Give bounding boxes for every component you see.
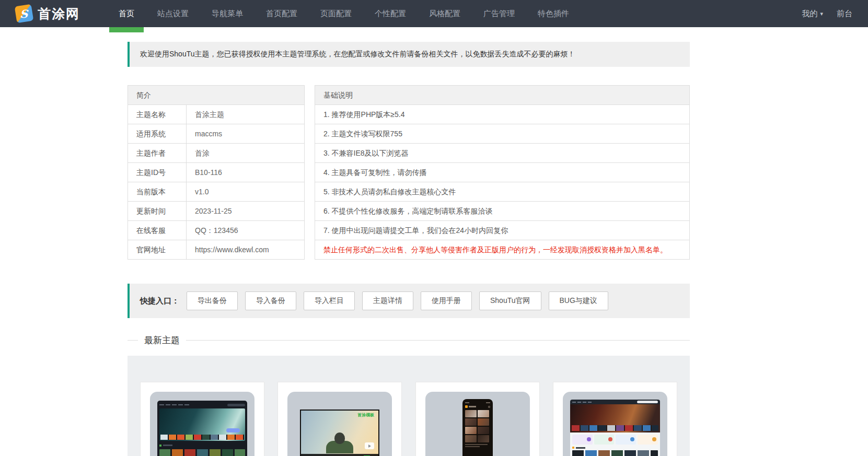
official-site-url: https://www.dkewl.com <box>187 240 304 259</box>
preview-feature-cards <box>570 432 660 447</box>
theme-card-3[interactable] <box>415 382 540 456</box>
row-value: 首涂主题 <box>187 105 304 124</box>
video-control-bar <box>301 454 378 456</box>
divider-line <box>128 340 138 341</box>
preview-poster-row <box>159 449 245 456</box>
table-row: 主题ID号 B10-116 <box>128 163 304 182</box>
note-item: 4. 主题具备可复制性，请勿传播 <box>315 163 689 182</box>
preview-thumb-strip <box>160 435 244 440</box>
theme-preview-light-desktop <box>570 400 660 456</box>
frontend-link[interactable]: 前台 <box>837 9 852 19</box>
theme-card-1[interactable] <box>140 382 264 456</box>
table-row: 在线客服 QQ：123456 <box>128 221 304 240</box>
logo-icon: S <box>15 4 34 24</box>
row-value: 首涂 <box>187 144 304 162</box>
preview-thumb-strip <box>572 425 658 431</box>
notes-table-title: 基础说明 <box>315 86 689 105</box>
row-value: maccms <box>187 124 304 143</box>
main-nav: 首页 站点设置 导航菜单 首页配置 页面配置 个性配置 风格配置 广告管理 特色… <box>107 0 581 27</box>
row-label: 当前版本 <box>128 182 187 201</box>
row-label: 适用系统 <box>128 124 187 143</box>
welcome-banner: 欢迎使用ShouTu主题，您已获得授权使用本主题管理系统，在您配置或修改文件前请… <box>128 42 690 67</box>
preview-searchbar <box>227 404 245 406</box>
theme-thumbnail-2: 首涂模板 <box>287 392 392 456</box>
nav-item-plugins[interactable]: 特色插件 <box>526 0 581 27</box>
phone-thumb-grid <box>465 410 490 442</box>
note-item: 5. 非技术人员请勿私自修改主题核心文件 <box>315 182 689 202</box>
theme-thumbnail-1 <box>150 392 254 456</box>
intro-table: 简介 主题名称 首涂主题 适用系统 maccms 主题作者 首涂 主题ID号 B… <box>128 85 305 260</box>
nav-item-style-config[interactable]: 风格配置 <box>418 0 472 27</box>
site-logo[interactable]: S 首涂网 <box>16 5 80 22</box>
nav-item-personal-config[interactable]: 个性配置 <box>363 0 418 27</box>
my-account-label: 我的 <box>802 9 817 19</box>
page-content: 欢迎使用ShouTu主题，您已获得授权使用本主题管理系统，在您配置或修改文件前请… <box>128 42 690 456</box>
quick-entry-label: 快捷入口： <box>140 296 179 306</box>
user-manual-button[interactable]: 使用手册 <box>421 291 472 310</box>
theme-thumbnail-4 <box>563 392 667 456</box>
preview-navbar <box>159 403 245 407</box>
note-item: 2. 主题文件读写权限755 <box>315 124 689 144</box>
logo-text: 首涂网 <box>38 5 80 22</box>
row-label: 更新时间 <box>128 202 187 220</box>
phone-header <box>465 405 490 408</box>
theme-preview-mobile <box>462 399 493 456</box>
theme-preview-dark-desktop <box>157 401 247 456</box>
theme-details-button[interactable]: 主题详情 <box>362 291 413 310</box>
video-screen: 首涂模板 <box>301 411 378 456</box>
phone-statusbar <box>465 402 490 404</box>
preview-hero-banner <box>570 404 660 432</box>
table-row: 更新时间 2023-11-25 <box>128 202 304 221</box>
row-label: 主题作者 <box>128 144 187 162</box>
header-right: 我的 ▾ 前台 <box>802 9 852 19</box>
phone-text-lines <box>465 444 490 447</box>
note-item: 7. 使用中出现问题请提交工单，我们会在24小时内回复你 <box>315 221 689 240</box>
nav-item-page-config[interactable]: 页面配置 <box>309 0 363 27</box>
preview-searchbar <box>637 401 658 403</box>
video-figure-head <box>334 432 345 444</box>
note-item: 6. 不提供个性化修改服务，高端定制请联系客服洽谈 <box>315 202 689 221</box>
quick-entry-bar: 快捷入口： 导出备份 导入备份 导入栏目 主题详情 使用手册 ShouTu官网 … <box>128 284 690 318</box>
nav-item-home-config[interactable]: 首页配置 <box>254 0 309 27</box>
preview-play-pill <box>226 428 240 432</box>
table-row: 主题名称 首涂主题 <box>128 105 304 124</box>
theme-card-4[interactable] <box>553 382 677 456</box>
nav-item-home[interactable]: 首页 <box>107 0 146 27</box>
section-title-text: 最新主题 <box>144 334 180 346</box>
chevron-down-icon: ▾ <box>820 11 823 17</box>
shoutu-official-site-button[interactable]: ShouTu官网 <box>479 291 541 310</box>
notes-table: 基础说明 1. 推荐使用PHP版本≥5.4 2. 主题文件读写权限755 3. … <box>315 85 690 260</box>
preview-poster-row <box>572 450 658 456</box>
preview-hero-banner <box>159 408 245 441</box>
table-row: 主题作者 首涂 <box>128 144 304 163</box>
preview-section-head <box>159 443 245 447</box>
preview-navbar <box>570 400 660 404</box>
theme-card-2[interactable]: 首涂模板 <box>277 382 402 456</box>
my-account-dropdown[interactable]: 我的 ▾ <box>802 9 823 19</box>
play-button-icon <box>365 442 374 449</box>
export-backup-button[interactable]: 导出备份 <box>187 291 238 310</box>
row-value: 2023-11-25 <box>187 202 304 220</box>
theme-preview-video-player: 首涂模板 <box>300 410 379 456</box>
nav-item-site-settings[interactable]: 站点设置 <box>146 0 200 27</box>
import-categories-button[interactable]: 导入栏目 <box>304 291 355 310</box>
import-backup-button[interactable]: 导入备份 <box>245 291 296 310</box>
theme-thumbnail-3 <box>425 392 530 456</box>
latest-themes-section-title: 最新主题 <box>128 334 690 346</box>
license-warning-text: 禁止任何形式的二次出售、分享他人等侵害作者及正版用户的行为，一经发现取消授权资格… <box>315 240 689 259</box>
row-label: 在线客服 <box>128 221 187 240</box>
welcome-text: 欢迎使用ShouTu主题，您已获得授权使用本主题管理系统，在您配置或修改文件前请… <box>140 50 575 58</box>
latest-themes-panel: 首涂模板 <box>128 356 690 456</box>
row-label: 主题名称 <box>128 105 187 124</box>
bug-suggestion-button[interactable]: BUG与建议 <box>549 291 608 310</box>
nav-item-nav-menu[interactable]: 导航菜单 <box>200 0 254 27</box>
intro-table-title: 简介 <box>128 86 304 105</box>
row-value: B10-116 <box>187 163 304 182</box>
nav-item-ad-manage[interactable]: 广告管理 <box>472 0 526 27</box>
frontend-label: 前台 <box>837 9 852 19</box>
table-row: 适用系统 maccms <box>128 124 304 144</box>
preview-section-head <box>570 447 660 450</box>
notification-icon <box>488 406 490 408</box>
divider-line <box>186 340 690 341</box>
note-item: 3. 不兼容IE8及以下浏览器 <box>315 144 689 163</box>
